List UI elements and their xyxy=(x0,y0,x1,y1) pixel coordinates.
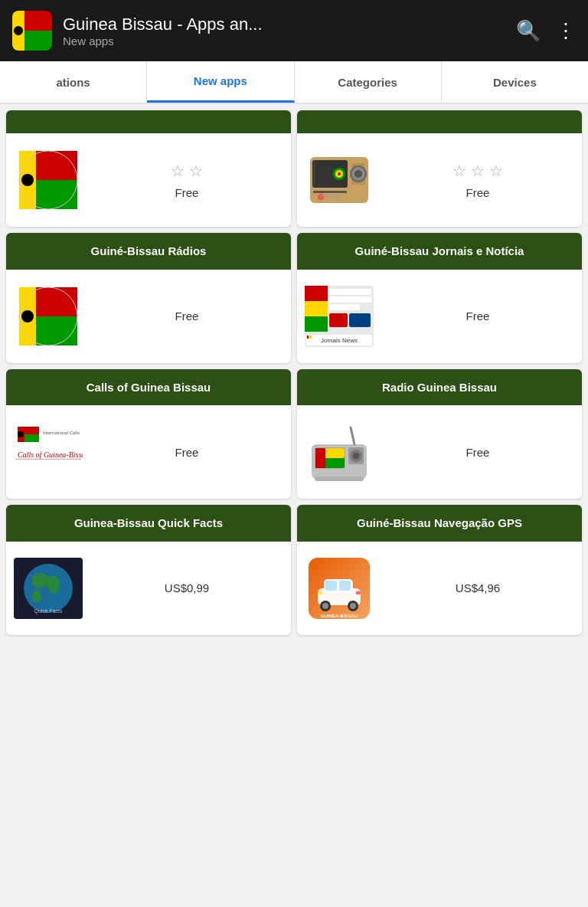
svg-rect-32 xyxy=(305,316,328,332)
app-card-jornais[interactable]: Guiné-Bissau Jornais e Notícia xyxy=(297,233,582,363)
svg-point-72 xyxy=(322,603,328,609)
svg-point-64 xyxy=(32,590,41,602)
app-price: US$0,99 xyxy=(165,581,209,594)
app-card-body: International Calls Calls of Guinea-Biss… xyxy=(6,405,291,499)
app-card-header: Radio Guinea Bissau xyxy=(297,369,582,406)
svg-text:GUINEA-BISSAU: GUINEA-BISSAU xyxy=(321,614,358,618)
app-card-body: ☆ ☆ Free xyxy=(6,133,291,227)
app-card-header: Calls of Guinea Bissau xyxy=(6,369,291,406)
app-header: Guinea Bissau - Apps an... New apps 🔍 ⋮ xyxy=(0,0,588,61)
app-card-radios-top[interactable]: ☆ ☆ Free xyxy=(6,110,291,227)
tab-devices[interactable]: Devices xyxy=(442,61,588,103)
app-info: ☆ ☆ Free xyxy=(90,162,283,199)
app-info: ☆ ☆ ☆ Free xyxy=(381,162,574,199)
app-row-2: Calls of Guinea Bissau International Cal… xyxy=(6,369,582,499)
app-card-body: GUINEA-BISSAU US$4,96 xyxy=(297,542,582,635)
app-info: US$0,99 xyxy=(90,581,283,594)
svg-text:Quick Facts: Quick Facts xyxy=(34,608,63,614)
svg-rect-26 xyxy=(36,316,77,345)
svg-point-27 xyxy=(21,310,34,323)
app-icon xyxy=(14,282,83,351)
app-icon xyxy=(14,146,83,214)
svg-point-46 xyxy=(18,431,24,437)
app-card-body: Free xyxy=(297,405,582,499)
svg-text:RADIO: RADIO xyxy=(319,193,341,201)
svg-point-4 xyxy=(14,26,23,35)
app-card-body: Free xyxy=(6,270,291,363)
svg-rect-19 xyxy=(314,162,315,186)
header-title: Guinea Bissau - Apps an... xyxy=(63,15,505,34)
app-info: Free xyxy=(381,309,574,323)
app-name-label: Guiné-Bissau Navegação GPS xyxy=(305,516,574,531)
app-name-label: Radio Guinea Bissau xyxy=(305,380,574,395)
app-row-1: Guiné-Bissau Rádios Free xyxy=(6,233,582,363)
header-titles: Guinea Bissau - Apps an... New apps xyxy=(63,15,505,47)
app-card-header xyxy=(297,110,582,133)
svg-rect-69 xyxy=(325,581,337,591)
tab-ations[interactable]: ations xyxy=(0,61,147,103)
app-card-radios[interactable]: Guiné-Bissau Rádios Free xyxy=(6,233,291,363)
app-card-header: Guiné-Bissau Navegação GPS xyxy=(297,505,582,542)
svg-rect-2 xyxy=(24,11,52,31)
navigation-tabs: ations New apps Categories Devices xyxy=(0,61,588,104)
app-card-radio-guinea[interactable]: Radio Guinea Bissau xyxy=(297,369,582,499)
app-logo xyxy=(12,11,52,51)
app-price: Free xyxy=(175,186,199,199)
app-rating: ☆ ☆ xyxy=(171,162,203,180)
svg-rect-36 xyxy=(329,313,348,327)
app-card-radio-device-top[interactable]: RADIO ☆ ☆ ☆ Free xyxy=(297,110,582,227)
svg-rect-76 xyxy=(356,591,361,594)
app-name-label: Guiné-Bissau Rádios xyxy=(14,244,283,259)
svg-rect-30 xyxy=(305,286,328,301)
app-name-label: Guinea-Bissau Quick Facts xyxy=(14,516,283,531)
svg-rect-37 xyxy=(349,313,371,327)
header-actions: 🔍 ⋮ xyxy=(516,19,576,43)
app-icon: Jornais News xyxy=(305,282,374,351)
svg-text:Jornais News: Jornais News xyxy=(321,337,358,344)
svg-rect-25 xyxy=(36,287,77,316)
svg-text:International Calls: International Calls xyxy=(43,431,80,435)
app-card-body: Jornais News Free xyxy=(297,270,582,363)
svg-rect-33 xyxy=(329,289,371,295)
app-icon: RADIO xyxy=(305,146,374,214)
app-card-header: Guiné-Bissau Jornais e Notícia xyxy=(297,233,582,270)
app-info: Free xyxy=(90,446,283,459)
svg-rect-3 xyxy=(24,31,52,51)
app-list: ☆ ☆ Free xyxy=(0,104,588,641)
app-row-3: Guinea-Bissau Quick Facts Quick Facts xyxy=(6,505,582,635)
app-row-top-partial: ☆ ☆ Free xyxy=(6,110,582,227)
svg-rect-59 xyxy=(315,476,364,481)
app-price: Free xyxy=(466,446,490,459)
tab-categories[interactable]: Categories xyxy=(295,61,442,103)
app-card-header: Guiné-Bissau Rádios xyxy=(6,233,291,270)
svg-rect-45 xyxy=(24,434,39,442)
svg-point-54 xyxy=(353,453,359,459)
app-info: Free xyxy=(381,446,574,459)
svg-rect-44 xyxy=(24,427,39,434)
app-price: Free xyxy=(175,446,199,459)
app-card-header xyxy=(6,110,291,133)
svg-point-74 xyxy=(350,603,356,609)
app-card-quick-facts[interactable]: Guinea-Bissau Quick Facts Quick Facts xyxy=(6,505,291,635)
svg-point-63 xyxy=(47,575,60,594)
app-info: Free xyxy=(90,309,283,323)
svg-line-55 xyxy=(351,427,354,444)
app-icon: GUINEA-BISSAU xyxy=(305,554,374,623)
app-rating: ☆ ☆ ☆ xyxy=(452,162,502,180)
app-card-header: Guinea-Bissau Quick Facts xyxy=(6,505,291,542)
more-options-icon[interactable]: ⋮ xyxy=(556,19,576,43)
app-price: US$4,96 xyxy=(456,581,500,594)
svg-point-9 xyxy=(21,174,34,186)
header-subtitle: New apps xyxy=(63,34,505,47)
search-icon[interactable]: 🔍 xyxy=(516,19,541,43)
svg-rect-70 xyxy=(339,581,351,591)
app-price: Free xyxy=(466,309,490,323)
app-price: Free xyxy=(175,309,199,323)
app-card-calls[interactable]: Calls of Guinea Bissau International Cal… xyxy=(6,369,291,499)
tab-new-apps[interactable]: New apps xyxy=(147,61,294,103)
svg-rect-75 xyxy=(318,591,322,594)
app-card-body: RADIO ☆ ☆ ☆ Free xyxy=(297,133,582,227)
svg-rect-49 xyxy=(15,459,81,460)
svg-rect-8 xyxy=(36,180,77,209)
app-card-gps[interactable]: Guiné-Bissau Navegação GPS xyxy=(297,505,582,635)
